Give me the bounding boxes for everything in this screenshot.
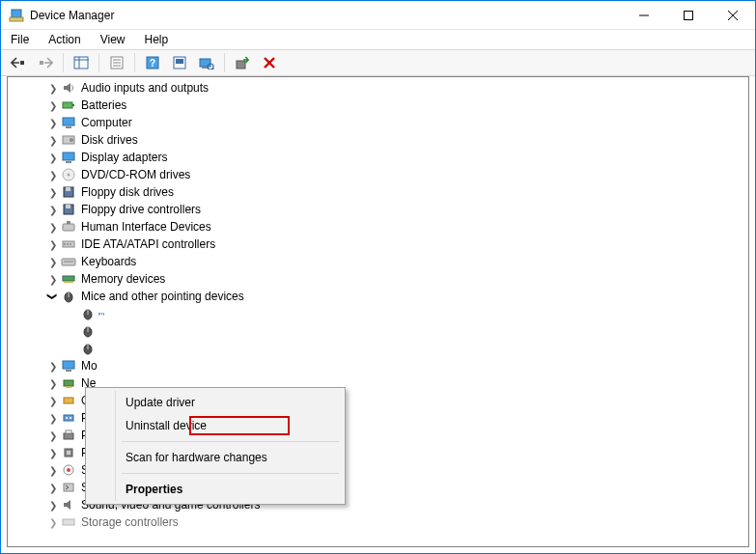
mouse-icon <box>80 341 96 356</box>
chevron-right-icon[interactable]: ❯ <box>46 203 60 216</box>
chevron-right-icon[interactable]: ❯ <box>46 116 60 129</box>
tree-item-batteries[interactable]: ❯ Batteries <box>12 97 748 114</box>
svg-point-64 <box>66 417 68 419</box>
tree-item-storage[interactable]: ❯ Storage controllers <box>12 513 748 531</box>
chevron-right-icon[interactable]: ❯ <box>46 81 60 95</box>
svg-rect-62 <box>64 398 73 403</box>
tree-item-computer[interactable]: ❯ Computer <box>12 114 748 131</box>
menu-item-update-driver[interactable]: Update driver <box>89 391 342 414</box>
svg-rect-23 <box>237 61 245 69</box>
properties-button[interactable] <box>105 52 128 73</box>
svg-rect-8 <box>74 57 88 69</box>
speaker-icon <box>61 80 76 96</box>
chevron-right-icon[interactable]: ❯ <box>46 463 60 477</box>
tree-item-mice[interactable]: ❯ Mice and other pointing devices <box>12 288 748 305</box>
tree-item-mouse-device-2[interactable] <box>12 322 748 340</box>
menu-help[interactable]: Help <box>143 32 171 47</box>
svg-rect-32 <box>63 152 74 160</box>
show-hide-tree-button[interactable] <box>70 52 93 73</box>
tree-item-floppydisk[interactable]: ❯ Floppy disk drives <box>12 183 748 201</box>
close-button[interactable] <box>711 1 755 30</box>
toolbar-icon-a[interactable] <box>168 52 191 73</box>
tree-item-mouse-device-3[interactable] <box>12 340 748 357</box>
chevron-right-icon[interactable]: ❯ <box>46 272 60 286</box>
menu-item-properties[interactable]: Properties <box>89 478 342 501</box>
menu-item-uninstall-device[interactable]: Uninstall device <box>89 414 342 437</box>
chevron-right-icon[interactable]: ❯ <box>46 220 60 234</box>
tree-item-mouse-device-1[interactable] <box>12 305 748 322</box>
svg-rect-6 <box>20 61 24 65</box>
svg-rect-66 <box>64 433 73 439</box>
svg-rect-27 <box>72 104 74 106</box>
svg-rect-39 <box>66 205 70 208</box>
svg-rect-63 <box>64 415 73 421</box>
tree-item-dvd[interactable]: ❯ DVD/CD-ROM drives <box>12 166 748 183</box>
mouse-icon <box>80 323 96 339</box>
tree-item-ide[interactable]: ❯ IDE ATA/ATAPI controllers <box>12 235 748 253</box>
menu-action[interactable]: Action <box>46 32 82 47</box>
chevron-right-icon[interactable]: ❯ <box>46 151 60 164</box>
tree-item-display[interactable]: ❯ Display adapters <box>12 149 748 166</box>
chevron-right-icon[interactable]: ❯ <box>46 168 60 181</box>
tree-item-hid[interactable]: ❯ Human Interface Devices <box>12 218 748 235</box>
menubar: File Action View Help <box>1 30 755 49</box>
tree-item-memory[interactable]: ❯ Memory devices <box>12 270 748 288</box>
svg-rect-33 <box>66 161 71 163</box>
content-area: ❯ Audio inputs and outputs ❯ Batteries ❯… <box>1 76 755 553</box>
minimize-button[interactable] <box>622 1 666 30</box>
svg-point-31 <box>70 138 73 142</box>
svg-rect-73 <box>63 519 74 525</box>
printer-icon <box>61 428 76 443</box>
menu-separator <box>122 441 339 442</box>
chevron-right-icon[interactable]: ❯ <box>46 237 60 251</box>
chevron-right-icon[interactable]: ❯ <box>46 359 60 373</box>
chevron-right-icon[interactable]: ❯ <box>46 446 60 459</box>
svg-rect-26 <box>63 102 72 108</box>
nav-forward-button[interactable] <box>34 52 57 73</box>
menu-item-scan-hardware[interactable]: Scan for hardware changes <box>89 446 342 469</box>
chevron-right-icon[interactable]: ❯ <box>46 185 60 199</box>
network-icon <box>61 375 76 391</box>
chevron-right-icon[interactable]: ❯ <box>46 515 60 529</box>
nav-back-button[interactable] <box>7 52 30 73</box>
mouse-icon <box>61 289 76 304</box>
tree-item-keyboards[interactable]: ❯ Keyboards <box>12 253 748 270</box>
svg-point-35 <box>68 174 70 177</box>
tree-item-monitors[interactable]: ❯ Mo <box>12 357 748 374</box>
tree-item-audio[interactable]: ❯ Audio inputs and outputs <box>12 79 748 97</box>
menu-view[interactable]: View <box>98 32 127 47</box>
svg-rect-28 <box>63 118 74 125</box>
chevron-right-icon[interactable]: ❯ <box>46 411 60 425</box>
titlebar: Device Manager <box>1 1 755 30</box>
enable-device-button[interactable] <box>231 52 254 73</box>
maximize-button[interactable] <box>666 1 711 30</box>
chevron-right-icon[interactable]: ❯ <box>46 481 60 494</box>
svg-text:?: ? <box>150 58 155 69</box>
svg-rect-41 <box>67 221 70 224</box>
battery-icon <box>61 97 76 113</box>
svg-rect-61 <box>66 386 71 388</box>
chevron-right-icon[interactable]: ❯ <box>46 255 60 268</box>
cpu-icon <box>61 445 76 460</box>
chevron-right-icon[interactable]: ❯ <box>46 429 60 442</box>
scan-hardware-button[interactable] <box>195 52 218 73</box>
chevron-right-icon[interactable]: ❯ <box>46 394 60 407</box>
svg-point-45 <box>70 243 71 245</box>
chevron-right-icon[interactable]: ❯ <box>46 498 60 512</box>
svg-rect-37 <box>66 187 70 191</box>
chevron-right-icon[interactable]: ❯ <box>46 376 60 390</box>
svg-rect-40 <box>63 224 74 231</box>
uninstall-device-button[interactable] <box>258 52 281 73</box>
tree-item-floppyctrl[interactable]: ❯ Floppy drive controllers <box>12 201 748 218</box>
svg-line-22 <box>212 69 214 69</box>
chevron-down-icon[interactable]: ❯ <box>46 290 60 303</box>
tree-item-disk[interactable]: ❯ Disk drives <box>12 131 748 149</box>
chevron-right-icon[interactable]: ❯ <box>46 133 60 147</box>
svg-point-43 <box>64 243 66 245</box>
storage-icon <box>61 514 76 530</box>
chevron-right-icon[interactable]: ❯ <box>46 98 60 112</box>
help-button[interactable]: ? <box>141 52 164 73</box>
toolbar: ? <box>1 49 755 76</box>
svg-rect-59 <box>66 370 71 372</box>
menu-file[interactable]: File <box>9 32 31 47</box>
